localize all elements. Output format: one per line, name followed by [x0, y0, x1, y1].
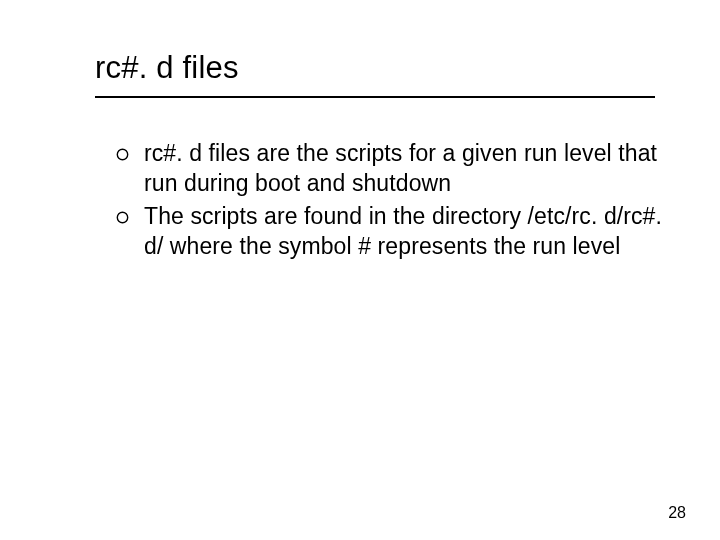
page-number: 28: [668, 504, 686, 522]
bullet-text: rc#. d files are the scripts for a given…: [144, 138, 670, 199]
svg-point-1: [117, 212, 127, 222]
bullet-circle-icon: [116, 201, 144, 224]
body-content: rc#. d files are the scripts for a given…: [116, 138, 670, 263]
title-block: rc#. d files: [95, 50, 660, 98]
slide: rc#. d files rc#. d files are the script…: [0, 0, 720, 540]
bullet-circle-icon: [116, 138, 144, 161]
svg-point-0: [117, 149, 127, 159]
list-item: The scripts are found in the directory /…: [116, 201, 670, 262]
slide-title: rc#. d files: [95, 50, 660, 86]
list-item: rc#. d files are the scripts for a given…: [116, 138, 670, 199]
title-underline: [95, 96, 655, 98]
bullet-text: The scripts are found in the directory /…: [144, 201, 670, 262]
